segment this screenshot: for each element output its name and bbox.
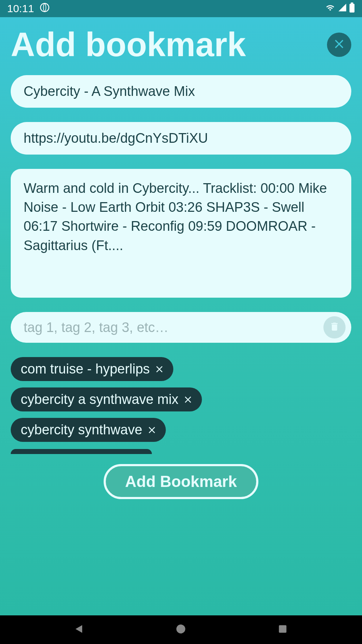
remove-tag-icon[interactable] (154, 364, 165, 375)
close-icon (332, 37, 346, 53)
nav-back-button[interactable] (72, 623, 86, 637)
description-input[interactable]: Warm and cold in Cybercity... Tracklist:… (11, 169, 351, 298)
trash-icon (329, 321, 340, 333)
navigation-bar (0, 615, 362, 644)
tag-label: cybercity a synthwave mix (21, 392, 178, 407)
back-icon (74, 623, 85, 636)
svg-rect-4 (279, 625, 286, 633)
header: Add bookmark (11, 28, 351, 62)
svg-rect-2 (351, 3, 353, 4)
nav-recent-button[interactable] (276, 623, 290, 637)
tags-container: com truise - hyperlips cybercity a synth… (11, 357, 351, 454)
tag-input-wrapper (11, 312, 351, 343)
home-icon (175, 624, 186, 636)
svg-point-0 (40, 3, 49, 11)
recent-icon (278, 624, 288, 635)
tag-chip[interactable]: com truise - hyperlips (11, 357, 173, 381)
remove-tag-icon[interactable] (183, 394, 193, 405)
tag-chip-partial (11, 449, 152, 454)
svg-point-3 (177, 625, 185, 634)
status-bar: 10:11 (0, 0, 362, 17)
remove-tag-icon[interactable] (147, 425, 157, 435)
nav-home-button[interactable] (174, 623, 188, 637)
title-input[interactable] (11, 75, 351, 108)
svg-rect-1 (349, 4, 354, 13)
page-title: Add bookmark (11, 28, 246, 62)
status-time: 10:11 (7, 3, 34, 15)
submit-wrapper: Add Bookmark (11, 464, 351, 499)
tags-input[interactable] (24, 320, 323, 335)
main-content: Add bookmark Warm and cold in Cybercity.… (0, 17, 362, 615)
status-left: 10:11 (7, 3, 50, 15)
status-right (325, 3, 355, 15)
close-button[interactable] (327, 33, 351, 57)
tag-chip[interactable]: cybercity a synthwave mix (11, 387, 202, 411)
clear-tags-button[interactable] (323, 316, 346, 338)
battery-icon (349, 3, 355, 15)
tag-chip[interactable]: cybercity synthwave (11, 418, 166, 442)
add-bookmark-button[interactable]: Add Bookmark (104, 464, 258, 499)
url-input[interactable] (11, 122, 351, 155)
tag-label: cybercity synthwave (21, 422, 142, 438)
wifi-icon (325, 3, 336, 15)
tag-label: com truise - hyperlips (21, 361, 150, 377)
signal-icon (338, 3, 347, 15)
app-icon (40, 3, 50, 15)
